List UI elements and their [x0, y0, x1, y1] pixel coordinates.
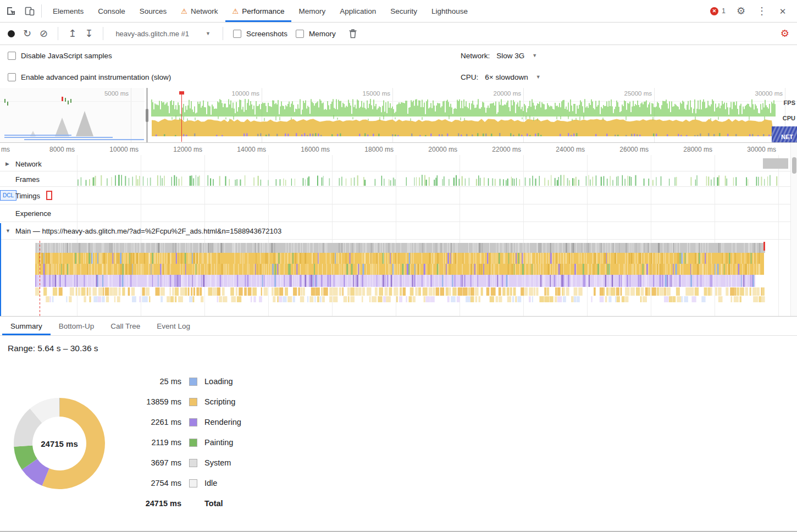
garbage-collect-button[interactable]: [344, 25, 362, 42]
divider: [41, 4, 42, 18]
devtools-tabbar: Elements Console Sources ⚠ Network ⚠ Per…: [0, 0, 797, 23]
device-toolbar-glyph: [24, 5, 35, 16]
divider: [103, 27, 103, 40]
network-track-scrollbar[interactable]: [763, 158, 788, 169]
legend-label: System: [204, 458, 231, 467]
tab-bottom-up[interactable]: Bottom-Up: [51, 317, 103, 335]
legend-value: 2119 ms: [82, 438, 181, 447]
load-profile-button[interactable]: ↥: [68, 29, 76, 38]
main-track-header[interactable]: ▼ Main — https://heavy-ads.glitch.me/?ad…: [0, 222, 797, 240]
capture-options-row-1: Disable JavaScript samples Network: Slow…: [0, 45, 797, 66]
legend-swatch: [189, 378, 197, 386]
checkbox-box[interactable]: [8, 52, 16, 60]
memory-checkbox[interactable]: Memory: [296, 30, 336, 38]
frames-track-label: Frames: [15, 175, 40, 183]
error-count: 1: [722, 7, 726, 15]
profile-select[interactable]: heavy-ads.glitch.me #1 ▼: [113, 30, 213, 38]
legend-value: 2754 ms: [82, 479, 181, 487]
tab-event-log[interactable]: Event Log: [148, 317, 198, 335]
triangle-right-icon[interactable]: ▶: [5, 161, 9, 167]
triangle-down-icon[interactable]: ▼: [5, 228, 10, 234]
cpu-throttle-group: CPU: 6× slowdown ▼: [461, 73, 541, 81]
experience-track-label: Experience: [15, 209, 51, 217]
timings-track-row[interactable]: DCL Timings: [0, 187, 797, 204]
timeline-time-label: 14000 ms: [218, 146, 266, 153]
flame-canvas[interactable]: [31, 241, 767, 316]
checkbox-box[interactable]: [8, 73, 16, 81]
legend-value: 3697 ms: [82, 458, 181, 467]
dcl-marker[interactable]: DCL: [0, 190, 16, 201]
record-button[interactable]: [8, 30, 15, 37]
vertical-scrollbar[interactable]: [790, 143, 797, 316]
waterfall[interactable]: ms8000 ms10000 ms12000 ms14000 ms16000 m…: [0, 143, 797, 316]
timeline-time-label: ms: [1, 146, 18, 153]
tab-security[interactable]: Security: [383, 0, 424, 22]
warning-icon: ⚠: [233, 8, 239, 15]
checkbox-box[interactable]: [233, 30, 241, 38]
legend-row-painting: 2119 ms Painting: [82, 436, 241, 448]
timeline-time-label: 26000 ms: [600, 146, 649, 153]
legend-row-scripting: 13859 ms Scripting: [82, 396, 241, 408]
overview-strip[interactable]: FPS CPU NET 5000 ms10000 ms15000 ms20000…: [0, 88, 797, 143]
legend-swatch: [189, 398, 197, 406]
devtools-window: Elements Console Sources ⚠ Network ⚠ Per…: [0, 0, 797, 532]
timeline-time-label: 16000 ms: [281, 146, 330, 153]
reload-and-record-button[interactable]: ↻: [23, 29, 31, 38]
experience-track-row[interactable]: Experience: [0, 204, 797, 222]
panel-tabs: Elements Console Sources ⚠ Network ⚠ Per…: [46, 0, 475, 22]
range-text: Range: 5.64 s – 30.36 s: [8, 343, 98, 353]
disable-js-samples-checkbox[interactable]: Disable JavaScript samples: [8, 52, 112, 60]
close-icon[interactable]: ✕: [774, 2, 792, 20]
timeline-time-label: 22000 ms: [473, 146, 521, 153]
overview-canvas[interactable]: [0, 88, 797, 143]
legend-row-system: 3697 ms System: [82, 457, 241, 469]
tab-console[interactable]: Console: [91, 0, 132, 22]
legend-swatch: [189, 459, 197, 467]
fps-label: FPS: [784, 99, 795, 106]
drawer-tabbar: Summary Bottom-Up Call Tree Event Log: [0, 316, 797, 336]
legend-value: 2261 ms: [82, 418, 181, 426]
inspect-element-icon[interactable]: [2, 2, 20, 20]
network-track-row[interactable]: ▶ Network: [0, 156, 797, 171]
tab-memory[interactable]: Memory: [291, 0, 333, 22]
tab-sources[interactable]: Sources: [132, 0, 174, 22]
tab-summary[interactable]: Summary: [2, 317, 51, 335]
tab-application[interactable]: Application: [333, 0, 383, 22]
frames-track-row[interactable]: Frames: [0, 171, 797, 187]
settings-gear-icon[interactable]: ⚙: [732, 2, 750, 20]
timing-marker[interactable]: [46, 191, 52, 200]
tab-network[interactable]: ⚠ Network: [174, 0, 225, 22]
error-count-badge[interactable]: ✕ 1: [707, 7, 729, 15]
legend-value: 24715 ms: [82, 499, 181, 508]
summary-legend: 25 ms Loading 13859 ms Scripting 2261 ms…: [82, 375, 241, 518]
checkbox-box[interactable]: [296, 30, 304, 38]
timeline-ruler: ms8000 ms10000 ms12000 ms14000 ms16000 m…: [0, 143, 797, 156]
frames-canvas: [0, 171, 790, 187]
device-toolbar-icon[interactable]: [21, 2, 38, 20]
scrollbar-thumb[interactable]: [792, 157, 796, 174]
chevron-down-icon: ▼: [532, 53, 537, 58]
tab-call-tree[interactable]: Call Tree: [102, 317, 148, 335]
capture-options-row-2: Enable advanced paint instrumentation (s…: [0, 66, 797, 88]
legend-value: 13859 ms: [82, 397, 181, 406]
summary-panel: Range: 5.64 s – 30.36 s 24715 ms 25 ms L…: [0, 336, 797, 532]
kebab-menu-icon[interactable]: ⋮: [753, 2, 771, 20]
chevron-down-icon: ▼: [536, 75, 541, 80]
legend-row-rendering: 2261 ms Rendering: [82, 416, 241, 428]
selection-left-edge: [0, 223, 1, 316]
capture-settings-gear-icon[interactable]: ⚙: [781, 27, 789, 40]
performance-toolbar: ↻ ⊘ ↥ ↧ heavy-ads.glitch.me #1 ▼ Screens…: [0, 23, 797, 45]
network-throttle-select[interactable]: Slow 3G ▼: [496, 52, 537, 60]
tab-lighthouse[interactable]: Lighthouse: [424, 0, 475, 22]
save-profile-button[interactable]: ↧: [85, 29, 93, 38]
timeline-time-label: 20000 ms: [409, 146, 457, 153]
tab-performance[interactable]: ⚠ Performance: [225, 0, 292, 22]
screenshots-checkbox[interactable]: Screenshots: [233, 30, 287, 38]
tab-elements[interactable]: Elements: [46, 0, 91, 22]
advanced-paint-checkbox[interactable]: Enable advanced paint instrumentation (s…: [8, 73, 171, 81]
cpu-throttle-select[interactable]: 6× slowdown ▼: [485, 73, 540, 81]
tabbar-right-controls: ✕ 1 ⚙ ⋮ ✕: [707, 0, 797, 22]
main-track-label: Main — https://heavy-ads.glitch.me/?ad=%…: [15, 226, 281, 235]
clear-recording-button[interactable]: ⊘: [40, 29, 48, 38]
cpu-label: CPU: [783, 115, 795, 121]
